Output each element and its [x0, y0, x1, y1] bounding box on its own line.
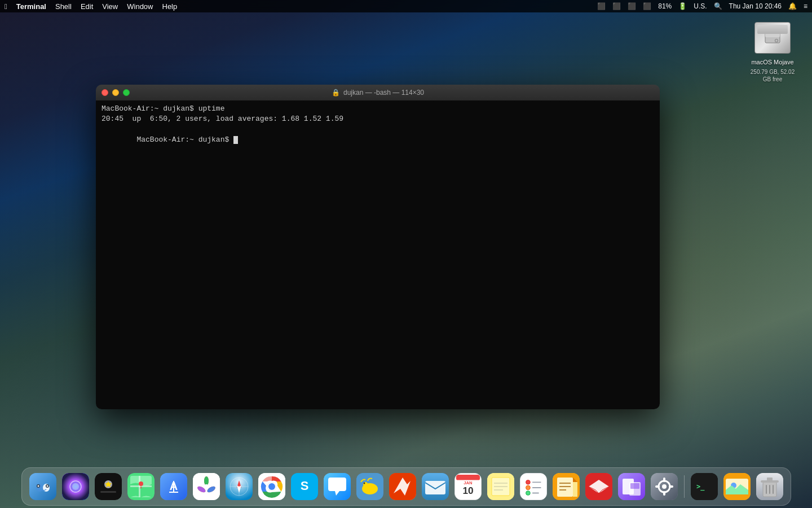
dock-item-launchpad[interactable] — [93, 471, 123, 502]
svg-point-43 — [268, 483, 275, 490]
menu-shell[interactable]: Shell — [55, 2, 72, 11]
terminal-window: 🔒 dujkan — -bash — 114×30 MacBook-Air:~ … — [96, 85, 660, 409]
terminal-title: dujkan — -bash — 114×30 — [343, 89, 424, 97]
dock-item-photos[interactable] — [191, 471, 222, 502]
menu-help[interactable]: Help — [162, 2, 178, 11]
dock-item-notefile[interactable] — [551, 471, 581, 502]
menu-terminal[interactable]: Terminal — [16, 2, 46, 11]
svg-rect-16 — [100, 491, 116, 493]
apple-menu[interactable]:  — [5, 2, 7, 11]
dock: A — [0, 463, 812, 508]
svg-point-21 — [139, 481, 143, 486]
dock-item-appstore[interactable]: A — [158, 471, 189, 502]
dock-item-reminders[interactable] — [518, 471, 549, 502]
airplay-status[interactable]: ⬛ — [597, 2, 606, 10]
svg-rect-80 — [630, 483, 639, 489]
datetime: Thu Jan 10 20:46 — [729, 2, 782, 10]
svg-text:>_: >_ — [696, 483, 705, 491]
volume-status[interactable]: ⬛ — [643, 2, 651, 10]
svg-point-10 — [46, 485, 48, 487]
bulletlist-icon[interactable]: ≡ — [804, 2, 807, 10]
svg-rect-1 — [765, 33, 780, 37]
svg-point-66 — [526, 491, 530, 496]
window-controls — [102, 89, 130, 96]
terminal-body[interactable]: MacBook-Air:~ dujkan$ uptime 20:45 up 6:… — [96, 100, 660, 409]
terminal-line-2: 20:45 up 6:50, 2 users, load averages: 1… — [102, 114, 654, 124]
dock-item-mail[interactable] — [420, 471, 451, 502]
svg-rect-72 — [573, 482, 577, 497]
svg-rect-63 — [520, 474, 546, 500]
dock-item-spark[interactable] — [387, 471, 418, 502]
svg-rect-53 — [425, 481, 445, 494]
terminal-titlebar: 🔒 dujkan — -bash — 114×30 — [96, 85, 660, 100]
terminal-cursor — [233, 136, 238, 144]
titlebar-text: 🔒 dujkan — -bash — 114×30 — [332, 89, 424, 97]
terminal-line-3: MacBook-Air:~ dujkan$ — [102, 124, 654, 155]
desktop:  Terminal Shell Edit View Window Help ⬛… — [0, 0, 812, 508]
lock-icon: 🔒 — [332, 89, 340, 97]
svg-point-64 — [526, 480, 530, 485]
svg-rect-96 — [767, 478, 773, 481]
dock-item-terminal[interactable]: >_ — [689, 471, 720, 502]
dock-separator — [684, 475, 685, 498]
hd-desktop-icon[interactable]: macOS Mojave 250.79 GB, 52.02 GB free — [750, 20, 795, 83]
dock-container: A — [21, 467, 791, 506]
svg-point-83 — [662, 484, 667, 489]
svg-text:10: 10 — [462, 485, 473, 496]
bluetooth-status[interactable]: ⬛ — [612, 2, 621, 10]
menubar:  Terminal Shell Edit View Window Help ⬛… — [0, 0, 812, 12]
dock-item-trash[interactable] — [754, 471, 785, 502]
dock-item-systemprefs[interactable] — [649, 471, 679, 502]
svg-point-65 — [526, 485, 530, 490]
battery-percent: 81% — [658, 2, 672, 10]
menu-view[interactable]: View — [102, 2, 118, 11]
dock-item-messages[interactable] — [322, 471, 352, 502]
svg-rect-86 — [655, 485, 660, 488]
svg-rect-87 — [669, 485, 673, 488]
battery-icon: 🔋 — [678, 2, 687, 10]
dock-item-maps[interactable] — [126, 471, 156, 502]
language-status[interactable]: U.S. — [694, 2, 707, 10]
dock-item-preview[interactable] — [616, 471, 647, 502]
dock-item-calendar[interactable]: JAN 10 — [453, 471, 483, 502]
menu-window[interactable]: Window — [127, 2, 153, 11]
notification-icon[interactable]: 🔔 — [788, 2, 797, 10]
dock-item-safari[interactable] — [224, 471, 254, 502]
terminal-line-1: MacBook-Air:~ dujkan$ uptime — [102, 104, 654, 114]
svg-point-3 — [776, 40, 778, 42]
dock-item-siri[interactable] — [60, 471, 91, 502]
minimize-button[interactable] — [112, 89, 119, 96]
menubar-right: ⬛ ⬛ ⬛ ⬛ 81% 🔋 U.S. 🔍 Thu Jan 10 20:46 🔔 … — [597, 2, 807, 10]
hd-icon-label: macOS Mojave — [751, 58, 793, 66]
search-icon[interactable]: 🔍 — [714, 2, 722, 10]
svg-point-30 — [204, 476, 209, 485]
svg-rect-55 — [456, 475, 479, 480]
wifi-status[interactable]: ⬛ — [628, 2, 636, 10]
svg-text:S: S — [300, 479, 308, 493]
maximize-button[interactable] — [123, 89, 130, 96]
dock-item-photoslibrary[interactable] — [722, 471, 752, 502]
svg-rect-85 — [663, 491, 665, 496]
dock-item-airmail[interactable] — [584, 471, 614, 502]
svg-point-50 — [363, 483, 365, 484]
hd-icon-sublabel: 250.79 GB, 52.02 GB free — [750, 68, 795, 83]
dock-item-notes[interactable] — [486, 471, 516, 502]
svg-point-13 — [72, 483, 79, 490]
svg-rect-4 — [29, 473, 56, 500]
svg-rect-84 — [663, 478, 665, 482]
dock-item-skype[interactable]: S — [289, 471, 320, 502]
dock-item-twitterrific[interactable] — [355, 471, 385, 502]
dock-item-finder[interactable] — [28, 471, 58, 502]
hd-icon-image — [754, 20, 791, 56]
menu-edit[interactable]: Edit — [81, 2, 93, 11]
menubar-left:  Terminal Shell Edit View Window Help — [5, 2, 597, 11]
svg-rect-71 — [557, 478, 573, 497]
svg-point-9 — [37, 485, 39, 487]
close-button[interactable] — [102, 89, 108, 96]
dock-item-chrome[interactable] — [257, 471, 287, 502]
svg-point-33 — [204, 484, 209, 489]
